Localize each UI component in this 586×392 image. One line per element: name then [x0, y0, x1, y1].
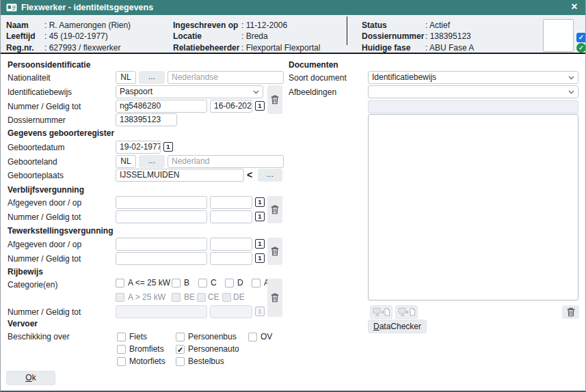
calendar-icon: 1: [255, 307, 265, 316]
idbewijs-geldig-tot-field[interactable]: 16-06-2022: [210, 100, 252, 113]
header-label: Reg.nr.: [6, 43, 34, 53]
calendar-icon[interactable]: 1: [163, 142, 173, 152]
header-checked-checkbox[interactable]: ✓: [576, 33, 586, 42]
nationaliteit-name-field: Nederlandse: [168, 71, 284, 84]
tewerk-nummer-field[interactable]: [116, 252, 207, 265]
section-geboorteregister: Gegevens geboorteregister: [8, 128, 114, 138]
verblijf-afgegeven-op-field[interactable]: [210, 196, 252, 209]
trash-icon: [271, 293, 279, 303]
label-geboortedatum: Geboortedatum: [8, 143, 64, 152]
section-vervoer: Vervoer: [8, 319, 38, 328]
header-label: Dossiernummer: [362, 31, 424, 41]
label-categorien: Categorie(en): [8, 280, 57, 290]
label-nationaliteit: Nationaliteit: [8, 73, 51, 83]
delete-verblijfsvergunning-button[interactable]: [267, 196, 282, 223]
header-column-divider: [347, 16, 347, 45]
titlebar[interactable]: Flexwerker - identiteitsgegevens ×: [1, 0, 586, 15]
checkbox-personenauto[interactable]: ✓: [176, 345, 185, 354]
section-documenten: Documenten: [289, 60, 338, 70]
header-label: Naam: [6, 20, 29, 30]
nationaliteit-code-field[interactable]: NL: [116, 71, 136, 84]
checkbox-label: C: [211, 279, 217, 288]
checkbox-bestelbus[interactable]: [176, 357, 185, 366]
afbeeldingen-select[interactable]: [368, 85, 578, 98]
monitor-document-export-icon: [398, 307, 416, 318]
checkbox-cat-am[interactable]: [252, 279, 261, 288]
delete-document-button[interactable]: [562, 305, 579, 319]
tewerk-afgegeven-door-field[interactable]: [116, 238, 207, 251]
document-preview-area[interactable]: [368, 114, 578, 300]
checkbox-cat-d[interactable]: [225, 279, 234, 288]
checkbox-ov[interactable]: [248, 333, 257, 341]
ok-button[interactable]: Ok: [6, 371, 55, 385]
rijbewijs-geldig-tot-field: [210, 305, 252, 318]
header-label: Locatie: [173, 31, 202, 41]
delete-identificatiebewijs-button[interactable]: [267, 85, 282, 114]
calendar-icon[interactable]: 1: [255, 212, 265, 221]
dossiernummer-field[interactable]: 138395123: [116, 113, 177, 126]
label-dossiernummer: Dossiernummer: [8, 115, 66, 125]
close-icon[interactable]: ×: [568, 1, 581, 14]
header-value: : 11-12-2006: [241, 20, 287, 30]
label-identificatiebewijs: Identificatiebewijs: [8, 87, 72, 97]
header-value: : 138395123: [425, 31, 471, 41]
checkbox-fiets[interactable]: [117, 333, 126, 341]
delete-tewerkstellingsvergunning-button[interactable]: [267, 238, 282, 265]
monitor-document-import-icon: [373, 307, 390, 318]
datachecker-button[interactable]: DataChecker: [368, 320, 427, 333]
checkbox-label: Bestelbus: [188, 357, 224, 366]
header-value: : Breda: [241, 31, 268, 41]
calendar-icon[interactable]: 1: [255, 239, 265, 249]
checkbox-personenbus[interactable]: [176, 333, 185, 341]
header-label: Relatiebeheerder: [173, 43, 239, 53]
checkbox-label: DE: [233, 293, 245, 302]
checkbox-cat-c[interactable]: [198, 279, 207, 288]
checkbox-label: CE: [208, 293, 219, 302]
geboorteland-code-field[interactable]: NL: [116, 155, 136, 168]
section-verblijfsvergunning: Verblijfsvergunning: [8, 185, 84, 195]
trash-icon: [271, 205, 279, 214]
checkbox-cat-b[interactable]: [172, 279, 181, 288]
geboorteplaats-lookup-button[interactable]: ...: [258, 169, 282, 182]
header-value: : 627993 / flexwerker: [44, 43, 120, 53]
chevron-down-icon: [253, 90, 259, 94]
checkbox-label: A > 25 kW: [128, 293, 165, 302]
nationaliteit-lookup-button[interactable]: ...: [139, 71, 165, 84]
chevron-down-icon: [568, 90, 574, 94]
checkbox-bromfiets[interactable]: [117, 345, 126, 354]
identificatiebewijs-select[interactable]: Paspoort: [116, 85, 263, 98]
verblijf-nummer-field[interactable]: [116, 210, 207, 223]
soort-document-value: Identificatiebewijs: [372, 72, 436, 82]
idbewijs-nummer-field[interactable]: ng5486280: [116, 100, 207, 113]
dialog-flexwerker-identiteitsgegevens: Flexwerker - identiteitsgegevens × Naam …: [0, 0, 586, 392]
checkbox-motorfiets[interactable]: [117, 357, 126, 366]
label-beschikking-over: Beschikking over: [8, 332, 70, 341]
status-ok-icon: ✓: [576, 43, 586, 53]
calendar-icon[interactable]: 1: [255, 197, 265, 207]
geboorteplaats-field[interactable]: IJSSELMUIDEN: [116, 169, 244, 182]
label-afbeeldingen: Afbeeldingen: [289, 87, 336, 97]
geboorteland-name-field: Nederland: [168, 155, 284, 168]
soort-document-select[interactable]: Identificatiebewijs: [368, 71, 578, 84]
verblijf-afgegeven-door-field[interactable]: [116, 196, 207, 209]
checkbox-label: Personenbus: [188, 333, 237, 341]
geboorteland-lookup-button[interactable]: ...: [139, 155, 165, 168]
geboortedatum-field[interactable]: 19-02-1977: [116, 141, 161, 154]
delete-rijbewijs-button[interactable]: [267, 279, 282, 317]
header-value: : Flexportal Flexportal: [241, 43, 320, 53]
header-label: Status: [362, 20, 387, 30]
section-tewerkstellingsvergunning: Tewerkstellingsvergunning: [8, 226, 113, 236]
tewerk-afgegeven-op-field[interactable]: [210, 238, 252, 251]
label-geboorteland: Geboorteland: [8, 157, 57, 167]
back-arrow-button[interactable]: <: [247, 169, 252, 182]
calendar-icon[interactable]: 1: [255, 101, 265, 111]
calendar-icon[interactable]: 1: [255, 253, 265, 263]
tewerk-geldig-tot-field[interactable]: [210, 252, 252, 265]
trash-icon: [271, 247, 279, 256]
checkbox-cat-a-25kw-min[interactable]: [116, 279, 124, 288]
rijbewijs-nummer-field: [116, 305, 207, 318]
checkbox-cat-de: [222, 293, 231, 302]
label-afgegeven-door-op: Afgegeven door / op: [8, 198, 81, 208]
checkbox-cat-be: [172, 293, 181, 302]
verblijf-geldig-tot-field[interactable]: [210, 210, 252, 223]
